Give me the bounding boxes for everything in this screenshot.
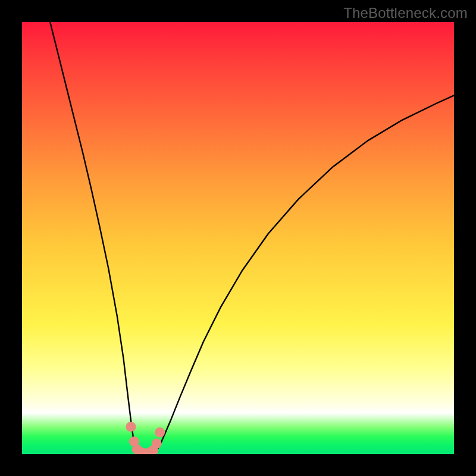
curve-svg: [22, 22, 454, 454]
outer-frame: TheBottleneck.com: [0, 0, 476, 476]
marker-group: [126, 422, 165, 454]
bottleneck-curve: [50, 22, 454, 454]
attribution-text: TheBottleneck.com: [343, 5, 468, 21]
plot-area: [22, 22, 454, 454]
marker-dot: [155, 427, 165, 437]
marker-dot: [152, 439, 162, 449]
marker-dot: [126, 422, 136, 432]
